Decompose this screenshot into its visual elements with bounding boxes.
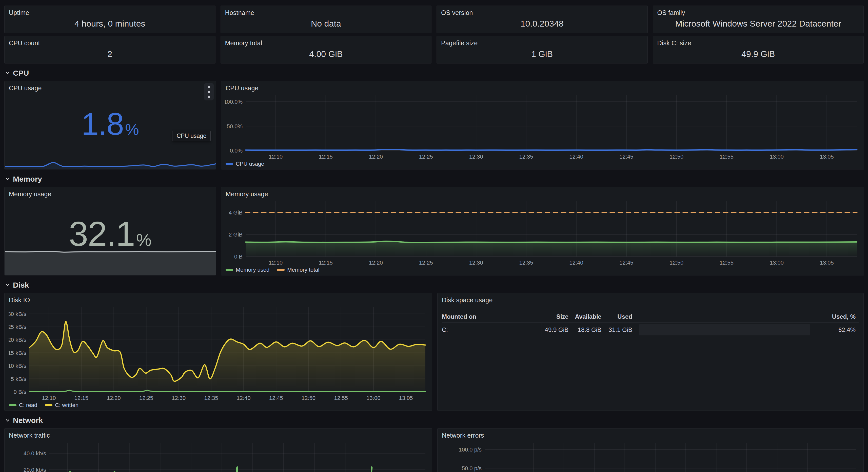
network-traffic-chart[interactable]: 40.0 kb/s20.0 kb/s: [9, 441, 428, 472]
x-axis-label: 12:50: [670, 260, 683, 266]
panel-title[interactable]: CPU count: [5, 36, 215, 47]
x-axis-label: 12:10: [42, 395, 56, 401]
legend-item[interactable]: C: written: [45, 402, 79, 408]
stat-value: 10.0.20348: [437, 16, 647, 33]
cpu-usage-data-link-chip[interactable]: CPU usage: [172, 131, 211, 141]
x-axis-label: 12:35: [519, 260, 533, 266]
x-axis-label: 12:30: [469, 154, 483, 160]
panel-title[interactable]: OS family: [653, 6, 864, 16]
series-line: [5, 251, 216, 252]
col-header-available[interactable]: Available: [572, 313, 605, 320]
stat-panel-uptime: Uptime 4 hours, 0 minutes: [4, 6, 215, 33]
y-axis-label: 30 kB/s: [9, 311, 26, 317]
disk-usage-bar-track: [639, 324, 810, 335]
stat-value: Microsoft Windows Server 2022 Datacenter: [653, 16, 864, 33]
disk-row: Disk IO 12:1012:1512:2012:2512:3012:3512…: [4, 293, 864, 411]
y-axis-label: 0.0%: [230, 147, 243, 154]
cell-size: 49.9 GiB: [541, 323, 572, 337]
x-axis-label: 13:05: [399, 395, 413, 401]
cell-used: 31.1 GiB: [605, 323, 636, 337]
section-header-disk[interactable]: Disk: [4, 280, 864, 290]
x-axis-label: 12:10: [269, 260, 283, 266]
panel-title[interactable]: Uptime: [5, 6, 215, 16]
panel-title[interactable]: OS version: [437, 6, 647, 16]
y-axis-label: 5 kB/s: [11, 376, 26, 382]
legend-swatch: [9, 404, 17, 406]
panel-title[interactable]: CPU usage: [221, 81, 864, 92]
y-axis-label: 20 kB/s: [9, 337, 26, 343]
panel-title[interactable]: Network traffic: [5, 429, 432, 439]
disk-space-usage-panel: Disk space usage Mounted on Size Availab…: [437, 293, 864, 411]
chevron-down-icon: [4, 176, 11, 182]
section-title: Disk: [13, 281, 29, 290]
panel-title[interactable]: Memory usage: [221, 187, 864, 198]
col-header-mounted-on[interactable]: Mounted on: [442, 313, 541, 320]
panel-title[interactable]: Pagefile size: [437, 36, 647, 47]
memory-usage-unit: %: [136, 230, 151, 250]
series-line: [246, 241, 857, 243]
legend-item[interactable]: Memory total: [277, 267, 319, 273]
x-axis-label: 12:40: [237, 395, 251, 401]
cpu-usage-chart[interactable]: 12:1012:1512:2012:2512:3012:3512:4012:45…: [225, 93, 860, 160]
col-header-size[interactable]: Size: [541, 313, 572, 320]
x-axis-label: 12:45: [619, 260, 633, 266]
x-axis-label: 12:15: [74, 395, 88, 401]
memory-usage-stat-panel: Memory usage 32.1 %: [4, 187, 216, 275]
section-title: Memory: [13, 175, 42, 183]
section-title: Network: [13, 416, 43, 425]
disk-io-chart[interactable]: 12:1012:1512:2012:2512:3012:3512:4012:45…: [9, 305, 428, 401]
legend-item[interactable]: Memory used: [226, 267, 270, 273]
stat-value: 4 hours, 0 minutes: [5, 16, 215, 33]
cpu-usage-value: 1.8: [81, 106, 123, 142]
panel-title[interactable]: Disk C: size: [653, 36, 864, 47]
x-axis-label: 12:20: [369, 154, 383, 160]
y-axis-label: 50.0%: [227, 123, 243, 130]
stat-value: No data: [221, 16, 431, 33]
x-axis-label: 12:45: [269, 395, 283, 401]
cpu-usage-stat-panel: CPU usage 1.8 % CPU usage: [4, 81, 216, 169]
x-axis-label: 12:35: [519, 154, 533, 160]
x-axis-label: 12:50: [302, 395, 315, 401]
x-axis-label: 12:40: [569, 260, 583, 266]
section-header-memory[interactable]: Memory: [4, 174, 864, 183]
x-axis-label: 12:30: [469, 260, 483, 266]
memory-usage-chart[interactable]: 12:1012:1512:2012:2512:3012:3512:4012:45…: [225, 199, 860, 266]
x-axis-label: 13:00: [770, 260, 784, 266]
panel-title[interactable]: Disk space usage: [438, 293, 863, 304]
panel-title[interactable]: Network errors: [438, 429, 863, 439]
series-fill: [246, 241, 857, 257]
grafana-dashboard: Uptime 4 hours, 0 minutes Hostname No da…: [0, 0, 868, 472]
network-traffic-chart-panel: Network traffic 40.0 kb/s20.0 kb/s: [4, 428, 432, 472]
stat-value: 49.9 GiB: [653, 47, 864, 63]
chevron-down-icon: [4, 282, 11, 289]
section-header-network[interactable]: Network: [4, 416, 864, 425]
legend-item[interactable]: C: read: [9, 402, 37, 408]
x-axis-label: 12:55: [720, 154, 734, 160]
panel-title[interactable]: Disk IO: [5, 293, 432, 304]
cpu-row: CPU usage 1.8 % CPU usage CPU usage 12:1…: [4, 81, 864, 169]
cell-used-bar: [636, 323, 813, 337]
section-header-cpu[interactable]: CPU: [4, 69, 864, 78]
network-errors-chart[interactable]: 100.0 p/s50.0 p/s: [442, 441, 859, 472]
stat-value: 4.00 GiB: [221, 47, 431, 63]
x-axis-label: 12:55: [720, 260, 734, 266]
stat-panel-os-family: OS family Microsoft Windows Server 2022 …: [653, 6, 864, 33]
cpu-usage-sparkline: [5, 155, 216, 169]
table-header-row: Mounted on Size Available Used Used, %: [442, 311, 859, 323]
table-row: C: 49.9 GiB 18.8 GiB 31.1 GiB 62.4%: [442, 323, 859, 337]
panel-title[interactable]: Hostname: [221, 6, 431, 16]
col-header-used[interactable]: Used: [605, 313, 636, 320]
legend-label: CPU usage: [236, 161, 265, 167]
cpu-usage-chart-panel: CPU usage 12:1012:1512:2012:2512:3012:35…: [221, 81, 864, 169]
panel-title[interactable]: Memory total: [221, 36, 431, 47]
x-axis-label: 12:20: [369, 260, 383, 266]
stat-panel-pagefile-size: Pagefile size 1 GiB: [437, 36, 648, 64]
col-header-used-pct[interactable]: Used, %: [813, 313, 859, 320]
y-axis-label: 0 B/s: [14, 389, 26, 395]
network-errors-chart-panel: Network errors 100.0 p/s50.0 p/s: [437, 428, 864, 472]
legend-item[interactable]: CPU usage: [226, 161, 265, 167]
panel-title[interactable]: Memory usage: [5, 187, 216, 198]
panel-title[interactable]: CPU usage: [5, 81, 216, 92]
x-axis-label: 12:50: [670, 154, 683, 160]
series-line: [49, 467, 425, 472]
